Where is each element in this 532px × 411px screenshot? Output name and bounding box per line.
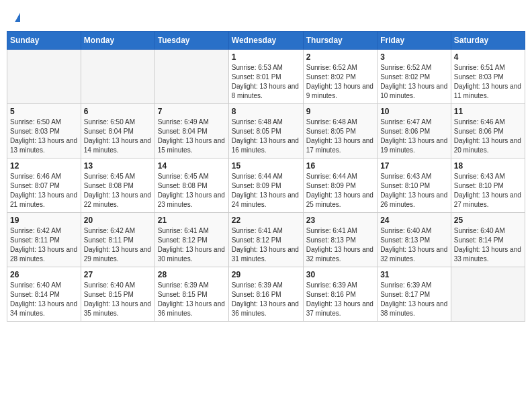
day-info: Sunrise: 6:53 AM Sunset: 8:01 PM Dayligh… (232, 63, 300, 101)
calendar-cell: 5Sunrise: 6:50 AM Sunset: 8:03 PM Daylig… (7, 104, 81, 158)
col-header-sunday: Sunday (7, 32, 81, 50)
day-number: 3 (380, 52, 448, 62)
calendar-cell: 7Sunrise: 6:49 AM Sunset: 8:04 PM Daylig… (154, 104, 228, 158)
day-info: Sunrise: 6:41 AM Sunset: 8:13 PM Dayligh… (306, 226, 374, 264)
calendar-cell: 9Sunrise: 6:48 AM Sunset: 8:05 PM Daylig… (303, 104, 377, 158)
day-number: 24 (380, 216, 448, 225)
calendar-cell: 22Sunrise: 6:41 AM Sunset: 8:12 PM Dayli… (228, 213, 303, 267)
day-number: 23 (306, 216, 374, 225)
calendar-cell: 31Sunrise: 6:39 AM Sunset: 8:17 PM Dayli… (378, 267, 451, 322)
day-info: Sunrise: 6:40 AM Sunset: 8:14 PM Dayligh… (10, 281, 78, 318)
calendar-cell (154, 50, 228, 104)
day-info: Sunrise: 6:39 AM Sunset: 8:17 PM Dayligh… (380, 281, 448, 318)
day-info: Sunrise: 6:46 AM Sunset: 8:07 PM Dayligh… (10, 172, 78, 210)
day-info: Sunrise: 6:40 AM Sunset: 8:15 PM Dayligh… (84, 281, 152, 318)
calendar-cell: 14Sunrise: 6:45 AM Sunset: 8:08 PM Dayli… (154, 158, 228, 213)
day-number: 28 (158, 270, 226, 279)
calendar-cell: 8Sunrise: 6:48 AM Sunset: 8:05 PM Daylig… (228, 104, 303, 158)
day-info: Sunrise: 6:43 AM Sunset: 8:10 PM Dayligh… (380, 172, 448, 210)
day-info: Sunrise: 6:47 AM Sunset: 8:06 PM Dayligh… (380, 118, 448, 155)
day-info: Sunrise: 6:44 AM Sunset: 8:09 PM Dayligh… (306, 172, 374, 210)
day-number: 5 (10, 107, 78, 116)
day-info: Sunrise: 6:43 AM Sunset: 8:10 PM Dayligh… (454, 172, 522, 210)
col-header-thursday: Thursday (303, 32, 377, 50)
day-number: 21 (158, 216, 226, 225)
calendar-cell: 27Sunrise: 6:40 AM Sunset: 8:15 PM Dayli… (81, 267, 154, 322)
calendar-cell: 1Sunrise: 6:53 AM Sunset: 8:01 PM Daylig… (228, 50, 303, 104)
calendar-cell: 29Sunrise: 6:39 AM Sunset: 8:16 PM Dayli… (228, 267, 303, 322)
calendar-cell: 11Sunrise: 6:46 AM Sunset: 8:06 PM Dayli… (451, 104, 525, 158)
day-info: Sunrise: 6:49 AM Sunset: 8:04 PM Dayligh… (158, 118, 226, 155)
calendar-cell: 10Sunrise: 6:47 AM Sunset: 8:06 PM Dayli… (378, 104, 451, 158)
day-info: Sunrise: 6:48 AM Sunset: 8:05 PM Dayligh… (232, 118, 300, 155)
calendar-cell: 3Sunrise: 6:52 AM Sunset: 8:02 PM Daylig… (378, 50, 451, 104)
day-number: 20 (84, 216, 152, 225)
col-header-monday: Monday (81, 32, 154, 50)
day-number: 8 (232, 107, 300, 116)
day-info: Sunrise: 6:52 AM Sunset: 8:02 PM Dayligh… (380, 63, 448, 101)
calendar-week-2: 5Sunrise: 6:50 AM Sunset: 8:03 PM Daylig… (7, 104, 525, 158)
day-number: 9 (306, 107, 374, 116)
calendar-cell (7, 50, 81, 104)
calendar-week-5: 26Sunrise: 6:40 AM Sunset: 8:14 PM Dayli… (7, 267, 525, 322)
day-number: 25 (454, 216, 522, 225)
logo (12, 9, 20, 24)
day-number: 19 (10, 216, 78, 225)
calendar-cell: 20Sunrise: 6:42 AM Sunset: 8:11 PM Dayli… (81, 213, 154, 267)
day-info: Sunrise: 6:42 AM Sunset: 8:11 PM Dayligh… (10, 226, 78, 264)
day-info: Sunrise: 6:48 AM Sunset: 8:05 PM Dayligh… (306, 118, 374, 155)
day-number: 17 (380, 161, 448, 171)
day-info: Sunrise: 6:44 AM Sunset: 8:09 PM Dayligh… (232, 172, 300, 210)
calendar-cell: 26Sunrise: 6:40 AM Sunset: 8:14 PM Dayli… (7, 267, 81, 322)
day-number: 16 (306, 161, 374, 171)
day-number: 13 (84, 161, 152, 171)
calendar-cell: 17Sunrise: 6:43 AM Sunset: 8:10 PM Dayli… (378, 158, 451, 213)
day-info: Sunrise: 6:42 AM Sunset: 8:11 PM Dayligh… (84, 226, 152, 264)
day-number: 26 (10, 270, 78, 279)
day-number: 2 (306, 52, 374, 62)
day-number: 31 (380, 270, 448, 279)
day-info: Sunrise: 6:40 AM Sunset: 8:13 PM Dayligh… (380, 226, 448, 264)
col-header-friday: Friday (378, 32, 451, 50)
calendar-cell: 28Sunrise: 6:39 AM Sunset: 8:15 PM Dayli… (154, 267, 228, 322)
calendar-cell: 24Sunrise: 6:40 AM Sunset: 8:13 PM Dayli… (378, 213, 451, 267)
day-info: Sunrise: 6:41 AM Sunset: 8:12 PM Dayligh… (158, 226, 226, 264)
day-number: 4 (454, 52, 522, 62)
day-info: Sunrise: 6:39 AM Sunset: 8:16 PM Dayligh… (306, 281, 374, 318)
day-number: 11 (454, 107, 522, 116)
day-number: 1 (232, 52, 300, 62)
day-number: 10 (380, 107, 448, 116)
day-info: Sunrise: 6:52 AM Sunset: 8:02 PM Dayligh… (306, 63, 374, 101)
col-header-wednesday: Wednesday (228, 32, 303, 50)
calendar-cell: 21Sunrise: 6:41 AM Sunset: 8:12 PM Dayli… (154, 213, 228, 267)
day-info: Sunrise: 6:39 AM Sunset: 8:15 PM Dayligh… (158, 281, 226, 318)
day-info: Sunrise: 6:45 AM Sunset: 8:08 PM Dayligh… (84, 172, 152, 210)
day-number: 30 (306, 270, 374, 279)
calendar-cell: 25Sunrise: 6:40 AM Sunset: 8:14 PM Dayli… (451, 213, 525, 267)
col-header-tuesday: Tuesday (154, 32, 228, 50)
day-info: Sunrise: 6:50 AM Sunset: 8:03 PM Dayligh… (10, 118, 78, 155)
col-header-saturday: Saturday (451, 32, 525, 50)
logo-triangle-icon (15, 13, 20, 22)
day-info: Sunrise: 6:46 AM Sunset: 8:06 PM Dayligh… (454, 118, 522, 155)
day-info: Sunrise: 6:41 AM Sunset: 8:12 PM Dayligh… (232, 226, 300, 264)
day-number: 22 (232, 216, 300, 225)
calendar-week-1: 1Sunrise: 6:53 AM Sunset: 8:01 PM Daylig… (7, 50, 525, 104)
day-info: Sunrise: 6:45 AM Sunset: 8:08 PM Dayligh… (158, 172, 226, 210)
calendar-cell (451, 267, 525, 322)
day-number: 18 (454, 161, 522, 171)
day-number: 7 (158, 107, 226, 116)
calendar-cell: 4Sunrise: 6:51 AM Sunset: 8:03 PM Daylig… (451, 50, 525, 104)
day-info: Sunrise: 6:40 AM Sunset: 8:14 PM Dayligh… (454, 226, 522, 264)
calendar-cell: 23Sunrise: 6:41 AM Sunset: 8:13 PM Dayli… (303, 213, 377, 267)
calendar-cell: 18Sunrise: 6:43 AM Sunset: 8:10 PM Dayli… (451, 158, 525, 213)
calendar-cell: 15Sunrise: 6:44 AM Sunset: 8:09 PM Dayli… (228, 158, 303, 213)
header (7, 7, 525, 27)
calendar-table: SundayMondayTuesdayWednesdayThursdayFrid… (7, 31, 525, 322)
calendar-cell: 6Sunrise: 6:50 AM Sunset: 8:04 PM Daylig… (81, 104, 154, 158)
day-number: 29 (232, 270, 300, 279)
day-info: Sunrise: 6:50 AM Sunset: 8:04 PM Dayligh… (84, 118, 152, 155)
day-info: Sunrise: 6:51 AM Sunset: 8:03 PM Dayligh… (454, 63, 522, 101)
day-number: 6 (84, 107, 152, 116)
calendar-cell: 30Sunrise: 6:39 AM Sunset: 8:16 PM Dayli… (303, 267, 377, 322)
